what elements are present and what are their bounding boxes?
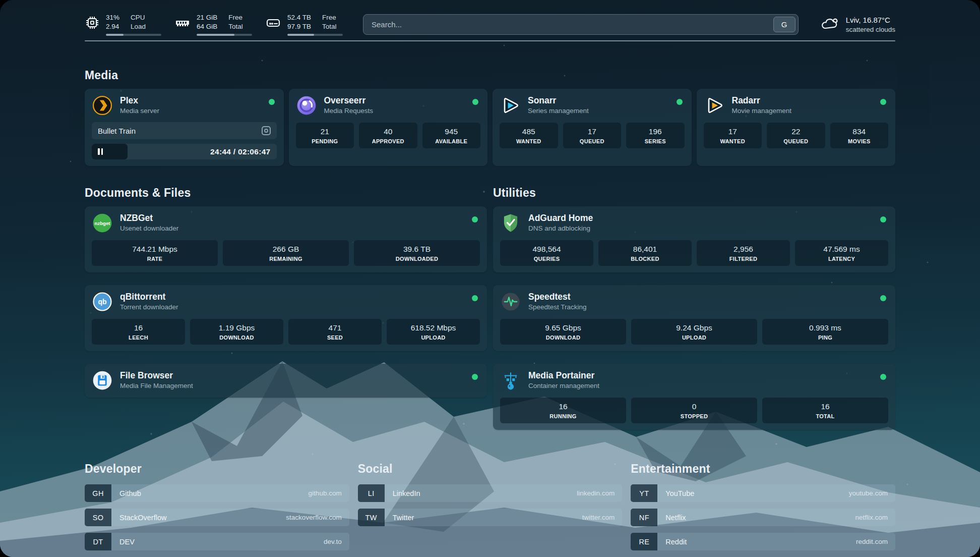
service-name: NZBGet — [120, 213, 465, 223]
service-description: Container management — [528, 381, 873, 391]
weather-condition: scattered clouds — [846, 25, 895, 34]
stat-label: AVAILABLE — [424, 138, 479, 144]
service-card-titles: NZBGetUsenet downloader — [120, 213, 465, 234]
section-title-entertainment: Entertainment — [631, 462, 895, 476]
search-provider-button[interactable]: G — [773, 17, 795, 32]
overseerr-icon — [296, 95, 317, 116]
stat-label: TOTAL — [764, 413, 886, 419]
cpu-icon — [85, 15, 100, 32]
stat-label: SEED — [290, 335, 380, 341]
service-card-titles: RadarrMovie management — [732, 95, 874, 116]
resource-label: Free — [322, 13, 337, 22]
service-description: Media Requests — [324, 106, 466, 116]
nzbget-icon: nzbget — [92, 212, 113, 234]
section-media: Media PlexMedia serverBullet Train24:44 … — [85, 69, 895, 166]
section-title-social: Social — [358, 462, 623, 476]
bookmark-twitter[interactable]: TWTwittertwitter.com — [358, 509, 623, 526]
topbar-divider — [85, 40, 895, 41]
service-card-nzbget[interactable]: nzbgetNZBGetUsenet downloader744.21 Mbps… — [85, 206, 487, 272]
stat-value: 744.21 Mbps — [94, 245, 216, 254]
service-card-media-portainer[interactable]: Media PortainerContainer management16RUN… — [493, 364, 895, 430]
bookmark-youtube[interactable]: YTYouTubeyoutube.com — [631, 484, 895, 502]
service-card-header: OverseerrMedia Requests — [296, 95, 481, 116]
weather-widget: Lviv, 16.87°C scattered clouds — [821, 15, 895, 34]
stat-value: 2,956 — [699, 245, 788, 254]
pause-icon — [98, 148, 100, 155]
cloud-icon — [821, 16, 839, 33]
bookmark-reddit[interactable]: RERedditreddit.com — [631, 533, 895, 550]
bookmark-name: LinkedIn — [385, 484, 577, 502]
bookmark-domain: linkedin.com — [577, 484, 622, 502]
resource-value: 97.9 TB — [287, 22, 311, 31]
service-card-overseerr[interactable]: OverseerrMedia Requests21PENDING40APPROV… — [289, 89, 488, 166]
service-description: Media server — [120, 106, 262, 116]
stat-value: 16 — [764, 402, 886, 411]
stat-block-queued: 22QUEUED — [767, 123, 825, 148]
resource-progress-fill — [106, 34, 124, 36]
service-card-plex[interactable]: PlexMedia serverBullet Train24:44 / 02:0… — [85, 89, 284, 166]
adguard-icon — [500, 212, 521, 234]
service-card-titles: qBittorrentTorrent downloader — [120, 292, 465, 312]
stat-value: 16 — [502, 402, 624, 411]
search-bar[interactable]: G — [363, 14, 799, 35]
stat-block-remaining: 266 GBREMAINING — [223, 240, 349, 266]
stat-value: 22 — [769, 127, 823, 136]
resource-value: 21 GiB — [197, 13, 217, 22]
service-card-header: RadarrMovie management — [704, 95, 889, 116]
service-card-speedtest[interactable]: SpeedtestSpeedtest Tracking9.65 GbpsDOWN… — [493, 285, 895, 351]
service-card-header: PlexMedia server — [92, 95, 277, 116]
service-name: Speedtest — [528, 292, 873, 302]
bookmark-linkedin[interactable]: LILinkedInlinkedin.com — [358, 484, 623, 502]
stat-label: MOVIES — [832, 138, 887, 144]
bookmark-rows: LILinkedInlinkedin.comTWTwittertwitter.c… — [358, 484, 623, 526]
service-stats: 485WANTED17QUEUED196SERIES — [500, 123, 685, 148]
service-name: Media Portainer — [528, 370, 873, 380]
service-name: AdGuard Home — [528, 213, 873, 223]
stat-label: LATENCY — [797, 256, 886, 262]
stat-label: RATE — [94, 256, 216, 262]
resource-readout: 52.4 TB97.9 TBFreeTotal — [287, 13, 343, 36]
service-card-header: nzbgetNZBGetUsenet downloader — [92, 212, 480, 234]
bookmark-group-developer: DeveloperGHGithubgithub.comSOStackOverfl… — [85, 462, 349, 550]
resource-value: 52.4 TB — [287, 13, 311, 22]
stat-block-series: 196SERIES — [626, 123, 685, 148]
stat-block-filtered: 2,956FILTERED — [697, 240, 790, 266]
status-dot — [880, 295, 886, 301]
service-card-qbittorrent[interactable]: qbqBittorrentTorrent downloader16LEECH1.… — [85, 285, 487, 351]
resource-ram: 21 GiB64 GiBFreeTotal — [174, 13, 252, 36]
media-cards: PlexMedia serverBullet Train24:44 / 02:0… — [85, 89, 895, 166]
bookmark-stackoverflow[interactable]: SOStackOverflowstackoverflow.com — [85, 509, 349, 526]
service-card-file-browser[interactable]: File BrowserMedia File Management — [85, 364, 487, 398]
stat-block-seed: 471SEED — [288, 319, 382, 345]
now-playing-title: Bullet Train — [98, 127, 136, 135]
service-stats: 744.21 MbpsRATE266 GBREMAINING39.6 TBDOW… — [92, 240, 480, 266]
portainer-icon — [500, 370, 521, 391]
search-input[interactable] — [372, 20, 773, 29]
service-card-sonarr[interactable]: SonarrSeries management485WANTED17QUEUED… — [493, 89, 692, 166]
resource-cpu: 31%2.94CPULoad — [85, 13, 161, 36]
stat-block-leech: 16LEECH — [92, 319, 185, 345]
status-dot — [880, 216, 886, 222]
bookmark-abbr: YT — [631, 484, 657, 502]
ram-icon — [174, 15, 191, 32]
service-card-adguard-home[interactable]: AdGuard HomeDNS and adblocking498,564QUE… — [493, 206, 895, 272]
service-description: Speedtest Tracking — [528, 302, 873, 312]
bookmark-abbr: TW — [358, 509, 385, 526]
stat-block-running: 16RUNNING — [500, 398, 626, 423]
stat-label: DOWNLOADED — [356, 256, 478, 262]
plex-icon — [92, 95, 113, 116]
radarr-icon — [704, 95, 725, 116]
resource-value: 2.94 — [106, 22, 119, 31]
service-card-titles: AdGuard HomeDNS and adblocking — [528, 213, 873, 234]
service-card-radarr[interactable]: RadarrMovie management17WANTED22QUEUED83… — [697, 89, 896, 166]
stat-value: 17 — [565, 127, 620, 136]
stat-value: 266 GB — [225, 245, 347, 254]
top-bar: 31%2.94CPULoad21 GiB64 GiBFreeTotal52.4 … — [85, 13, 895, 36]
bookmark-github[interactable]: GHGithubgithub.com — [85, 484, 349, 502]
service-card-titles: OverseerrMedia Requests — [324, 95, 466, 116]
playback-progress-bar[interactable]: 24:44 / 02:06:47 — [92, 144, 277, 159]
section-utilities: Utilities AdGuard HomeDNS and adblocking… — [493, 186, 895, 430]
bookmark-dev[interactable]: DTDEVdev.to — [85, 533, 349, 550]
bookmark-name: DEV — [111, 533, 324, 550]
bookmark-netflix[interactable]: NFNetflixnetflix.com — [631, 509, 895, 526]
